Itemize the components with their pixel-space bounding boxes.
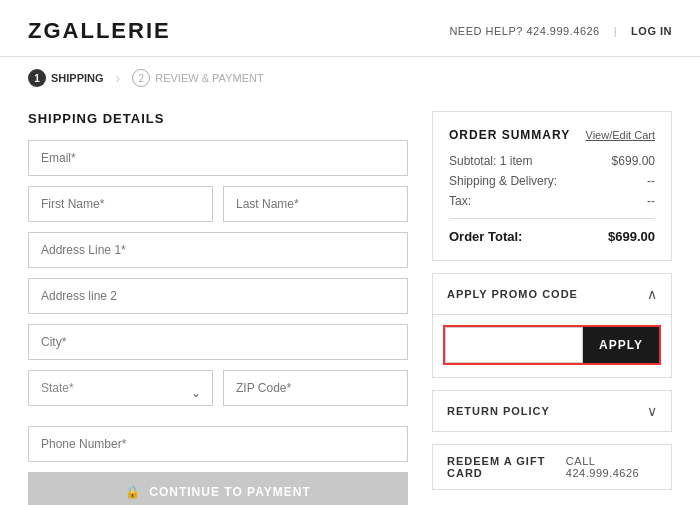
apply-promo-button[interactable]: APPLY <box>583 327 659 363</box>
view-edit-cart-link[interactable]: View/Edit Cart <box>586 129 656 141</box>
zip-input[interactable] <box>223 370 408 406</box>
step-2-circle: 2 <box>132 69 150 87</box>
redeem-section: REDEEM A GIFT CARD CALL 424.999.4626 <box>432 444 672 490</box>
summary-header: ORDER SUMMARY View/Edit Cart <box>449 128 655 142</box>
continue-label: CONTINUE TO PAYMENT <box>149 485 310 499</box>
name-row <box>28 186 408 222</box>
help-text: NEED HELP? 424.999.4626 <box>449 25 599 37</box>
step-arrow: › <box>116 70 121 86</box>
summary-title: ORDER SUMMARY <box>449 128 570 142</box>
state-select[interactable]: State* ALAKAZAR CACOCTDE FLGAHIID ILINIA… <box>28 370 213 406</box>
policy-header[interactable]: RETURN POLICY ∨ <box>433 391 671 431</box>
first-name-group <box>28 186 213 222</box>
promo-input-row: APPLY <box>443 325 661 365</box>
shipping-row: Shipping & Delivery: -- <box>449 174 655 188</box>
promo-code-input[interactable] <box>445 327 583 363</box>
last-name-input[interactable] <box>223 186 408 222</box>
total-label: Order Total: <box>449 229 522 244</box>
shipping-label: Shipping & Delivery: <box>449 174 557 188</box>
city-input[interactable] <box>28 324 408 360</box>
continue-lock-icon: 🔒 <box>125 485 141 499</box>
header: ZGALLERIE NEED HELP? 424.999.4626 | LOG … <box>0 0 700 57</box>
header-right: NEED HELP? 424.999.4626 | LOG IN <box>449 25 672 37</box>
summary-box: ORDER SUMMARY View/Edit Cart Subtotal: 1… <box>432 111 672 261</box>
order-summary-panel: ORDER SUMMARY View/Edit Cart Subtotal: 1… <box>432 111 672 505</box>
redeem-phone: CALL 424.999.4626 <box>566 455 657 479</box>
redeem-label: REDEEM A GIFT CARD <box>447 455 566 479</box>
continue-button[interactable]: 🔒 CONTINUE TO PAYMENT <box>28 472 408 505</box>
shipping-title: SHIPPING DETAILS <box>28 111 408 126</box>
promo-body: APPLY <box>433 314 671 377</box>
step-1: 1 SHIPPING <box>28 69 104 87</box>
step-1-label: SHIPPING <box>51 72 104 84</box>
logo: ZGALLERIE <box>28 18 171 44</box>
first-name-input[interactable] <box>28 186 213 222</box>
step-2-label: REVIEW & PAYMENT <box>155 72 263 84</box>
policy-label: RETURN POLICY <box>447 405 550 417</box>
shipping-form: SHIPPING DETAILS State* ALAKA <box>28 111 408 505</box>
address1-group <box>28 232 408 268</box>
email-input[interactable] <box>28 140 408 176</box>
state-group: State* ALAKAZAR CACOCTDE FLGAHIID ILINIA… <box>28 370 213 416</box>
policy-chevron-down-icon: ∨ <box>647 403 657 419</box>
header-divider: | <box>614 25 617 37</box>
phone-input[interactable] <box>28 426 408 462</box>
return-policy-section: RETURN POLICY ∨ <box>432 390 672 432</box>
shipping-value: -- <box>647 174 655 188</box>
subtotal-value: $699.00 <box>612 154 655 168</box>
promo-section: APPLY PROMO CODE ∧ APPLY <box>432 273 672 378</box>
step-2: 2 REVIEW & PAYMENT <box>132 69 263 87</box>
last-name-group <box>223 186 408 222</box>
tax-row: Tax: -- <box>449 194 655 208</box>
subtotal-row: Subtotal: 1 item $699.00 <box>449 154 655 168</box>
promo-label: APPLY PROMO CODE <box>447 288 578 300</box>
email-group <box>28 140 408 176</box>
phone-group <box>28 426 408 462</box>
subtotal-label: Subtotal: 1 item <box>449 154 532 168</box>
state-zip-row: State* ALAKAZAR CACOCTDE FLGAHIID ILINIA… <box>28 370 408 416</box>
log-in-link[interactable]: LOG IN <box>631 25 672 37</box>
city-group <box>28 324 408 360</box>
tax-label: Tax: <box>449 194 471 208</box>
address1-input[interactable] <box>28 232 408 268</box>
promo-chevron-up-icon: ∧ <box>647 286 657 302</box>
address2-input[interactable] <box>28 278 408 314</box>
total-value: $699.00 <box>608 229 655 244</box>
order-total-row: Order Total: $699.00 <box>449 218 655 244</box>
step-1-circle: 1 <box>28 69 46 87</box>
main-content: SHIPPING DETAILS State* ALAKA <box>0 95 700 505</box>
tax-value: -- <box>647 194 655 208</box>
promo-header[interactable]: APPLY PROMO CODE ∧ <box>433 274 671 314</box>
checkout-steps: 1 SHIPPING › 2 REVIEW & PAYMENT <box>0 57 700 95</box>
zip-group <box>223 370 408 406</box>
address2-group <box>28 278 408 314</box>
